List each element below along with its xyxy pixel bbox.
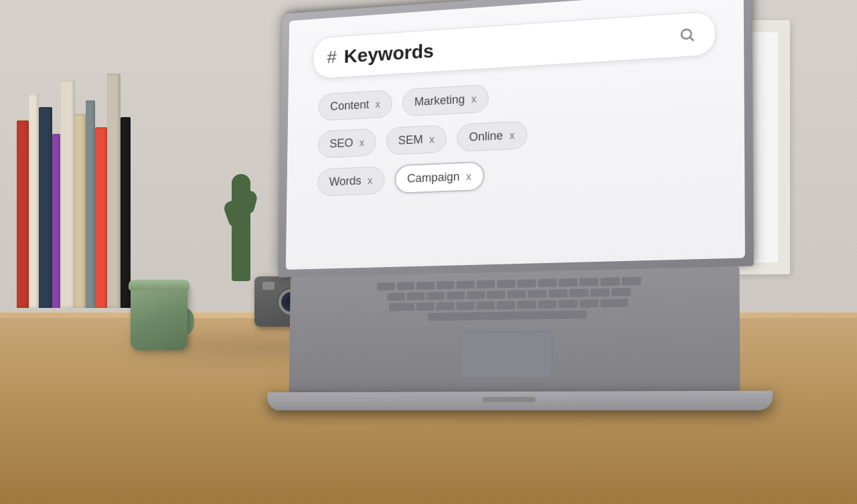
cactus-body — [232, 174, 250, 281]
tag-content[interactable]: Content x — [318, 90, 392, 121]
keyboard-key — [406, 292, 424, 301]
hash-symbol: # — [327, 47, 337, 68]
book-item — [107, 74, 121, 308]
tag-close-content[interactable]: x — [376, 98, 381, 110]
book-item — [60, 80, 75, 308]
keyboard-key — [569, 288, 588, 297]
svg-line-1 — [690, 37, 694, 41]
tags-row-1: SEO x SEM x Online x — [318, 111, 709, 158]
keyboard-key — [377, 282, 395, 290]
keyboard-key — [457, 280, 475, 288]
keyboard-key — [437, 302, 455, 310]
tag-label: SEO — [329, 137, 353, 151]
tags-row-2: Words x Campaign x — [317, 151, 709, 197]
keyboard-keys-area — [290, 266, 740, 331]
laptop-screen: # Keywords — [286, 0, 745, 270]
book-item — [86, 100, 95, 308]
keyboard-key — [622, 277, 641, 286]
keyboard-key — [456, 302, 474, 310]
keyboard-key — [580, 299, 599, 308]
keyboard-key — [397, 282, 415, 290]
tag-online[interactable]: Online x — [457, 120, 527, 152]
tag-close-online[interactable]: x — [510, 129, 515, 141]
laptop-base — [267, 391, 773, 410]
tag-seo[interactable]: SEO x — [318, 129, 376, 159]
tag-close-seo[interactable]: x — [360, 137, 365, 148]
tag-label: Marketing — [414, 92, 465, 108]
book-item — [75, 114, 86, 308]
keyboard-key — [601, 299, 628, 307]
tag-close-sem[interactable]: x — [429, 133, 435, 145]
keyboard-key — [548, 289, 567, 298]
tag-label: Campaign — [407, 170, 460, 186]
keyboard-key — [601, 277, 620, 286]
book-item — [121, 117, 131, 308]
laptop-screen-assembly: # Keywords — [277, 0, 755, 392]
tags-area: Content x Marketing x — [311, 71, 716, 197]
laptop-lid: # Keywords — [279, 0, 754, 278]
keyboard-key — [416, 282, 435, 290]
search-icon[interactable] — [674, 22, 699, 48]
coffee-mug — [131, 276, 194, 350]
tag-label: Words — [329, 174, 362, 189]
tag-close-words[interactable]: x — [368, 175, 373, 187]
keyboard-key — [477, 301, 495, 309]
tag-campaign[interactable]: Campaign x — [394, 161, 484, 194]
keyboard-key — [437, 281, 455, 289]
laptop: # Keywords — [267, 0, 765, 410]
laptop-keyboard — [289, 266, 740, 392]
tags-row-0: Content x Marketing x — [318, 72, 708, 121]
keyboard-key — [507, 290, 526, 298]
tag-marketing[interactable]: Marketing x — [402, 84, 489, 116]
search-bar[interactable]: # Keywords — [313, 11, 716, 79]
tag-label: SEM — [398, 133, 423, 148]
keyboard-key — [580, 278, 599, 286]
keyboard-key — [389, 303, 414, 311]
tag-label: Online — [469, 129, 503, 145]
keyboard-key — [528, 290, 546, 299]
keyboard-key — [611, 288, 631, 297]
keyboard-key — [558, 300, 577, 309]
tag-words[interactable]: Words x — [317, 166, 384, 196]
keyboard-key — [487, 290, 505, 299]
trackpad[interactable] — [460, 331, 553, 379]
tag-sem[interactable]: SEM x — [386, 124, 447, 155]
keyboard-key — [518, 301, 536, 309]
keyboard-key — [416, 303, 435, 311]
tag-close-marketing[interactable]: x — [471, 93, 477, 105]
tag-close-campaign[interactable]: x — [466, 171, 471, 183]
book-item — [52, 134, 60, 308]
tag-label: Content — [330, 98, 369, 113]
search-input-value[interactable]: Keywords — [344, 25, 667, 68]
keyboard-key — [387, 292, 405, 301]
screen-content: # Keywords — [286, 0, 745, 270]
keyboard-key — [447, 291, 465, 299]
keyboard-key — [538, 278, 556, 287]
cactus — [221, 134, 261, 281]
book-item — [95, 127, 107, 308]
book-item — [39, 107, 52, 308]
keyboard-key — [518, 279, 536, 288]
keyboard-key — [477, 280, 495, 288]
keyboard-key — [497, 280, 516, 288]
keyboard-key — [497, 301, 516, 309]
keyboard-spacebar — [428, 311, 587, 321]
mug-body — [131, 283, 187, 350]
bookshelf — [17, 54, 191, 308]
scene: # Keywords — [0, 0, 857, 504]
keyboard-key — [467, 291, 485, 299]
keyboard-key — [590, 288, 609, 297]
book-item — [17, 120, 29, 308]
keyboard-key — [538, 300, 556, 308]
keyboard-key — [426, 292, 445, 300]
keyboard-key — [558, 278, 577, 287]
mug-rim — [129, 280, 189, 290]
book-item — [29, 94, 39, 308]
